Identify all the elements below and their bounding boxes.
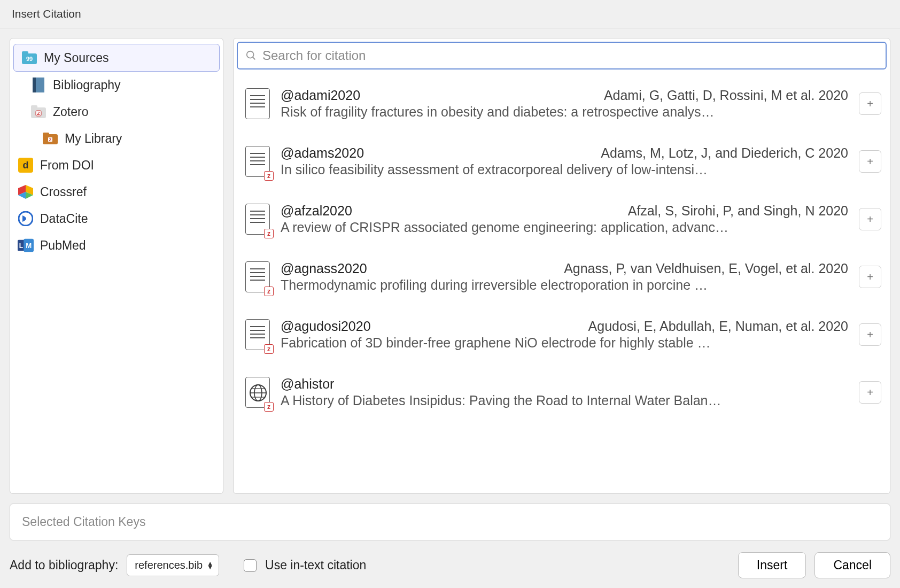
add-citation-button[interactable]: + <box>859 150 881 173</box>
zotero-badge-icon: z <box>264 344 274 354</box>
document-icon: z <box>245 204 270 235</box>
citation-row[interactable]: z@agnass2020Agnass, P, van Veldhuisen, E… <box>245 248 881 306</box>
intext-label: Use in-text citation <box>265 558 366 572</box>
citation-title: Risk of fragility fractures in obesity a… <box>281 104 848 120</box>
citation-authors: Agudosi, E, Abdullah, E, Numan, et al. 2… <box>588 319 848 334</box>
dialog-title: Insert Citation <box>0 0 900 28</box>
citation-key: @ahistor <box>281 376 334 392</box>
source-sidebar: 99My SourcesBibliographyZZoteroZMy Libra… <box>10 38 223 494</box>
sidebar-item-label: Zotero <box>53 105 88 119</box>
svg-rect-6 <box>31 105 37 110</box>
citation-key: @agudosi2020 <box>281 319 371 334</box>
biblio-select[interactable]: references.bib ▲▼ <box>127 554 219 576</box>
book-icon <box>30 77 46 93</box>
zotero-badge-icon: z <box>264 171 274 181</box>
sidebar-item-my-sources[interactable]: 99My Sources <box>13 44 220 72</box>
document-icon: z <box>245 146 270 177</box>
sidebar-item-datacite[interactable]: DataCite <box>10 205 223 232</box>
sidebar-item-zotero[interactable]: ZZotero <box>10 98 223 125</box>
sidebar-item-crossref[interactable]: Crossref <box>10 179 223 205</box>
citation-results: @adami2020Adami, G, Gatti, D, Rossini, M… <box>234 69 890 493</box>
citation-row[interactable]: z@afzal2020Afzal, S, Sirohi, P, and Sing… <box>245 190 881 248</box>
citation-key: @afzal2020 <box>281 203 352 219</box>
crossref-icon <box>18 184 34 200</box>
citation-authors: Adami, G, Gatti, D, Rossini, M et al. 20… <box>604 88 848 103</box>
sources-icon: 99 <box>21 50 37 66</box>
citation-key: @adami2020 <box>281 88 360 103</box>
citation-title: In silico feasibility assessment of extr… <box>281 162 848 177</box>
search-input[interactable] <box>262 48 878 63</box>
biblio-label: Add to bibliography: <box>10 558 118 572</box>
citation-title: A review of CRISPR associated genome eng… <box>281 220 848 235</box>
citation-authors: Agnass, P, van Veldhuisen, E, Vogel, et … <box>564 261 848 276</box>
sidebar-item-pubmed[interactable]: LMPubMed <box>10 232 223 259</box>
zotero-badge-icon: z <box>264 402 274 412</box>
citation-title: Thermodynamic profiling during irreversi… <box>281 277 848 293</box>
folder-z-icon: Z <box>30 104 46 120</box>
citation-title: A History of Diabetes Insipidus: Paving … <box>281 393 848 408</box>
zotero-badge-icon: z <box>264 229 274 238</box>
sidebar-item-bibliography[interactable]: Bibliography <box>10 72 223 98</box>
add-citation-button[interactable]: + <box>859 323 881 346</box>
add-citation-button[interactable]: + <box>859 266 881 288</box>
selected-keys-field[interactable]: Selected Citation Keys <box>10 504 890 540</box>
citation-row[interactable]: z@ahistorA History of Diabetes Insipidus… <box>245 363 881 421</box>
svg-point-24 <box>247 51 254 58</box>
intext-checkbox[interactable] <box>244 559 257 572</box>
svg-text:Z: Z <box>49 137 52 142</box>
datacite-icon <box>18 211 34 227</box>
sidebar-item-label: My Sources <box>44 51 108 65</box>
sidebar-item-label: PubMed <box>40 238 86 253</box>
citation-authors: Adams, M, Lotz, J, and Diederich, C 2020 <box>601 145 848 161</box>
svg-text:Z: Z <box>37 111 40 116</box>
citation-title: Fabrication of 3D binder-free graphene N… <box>281 335 848 351</box>
svg-text:L: L <box>19 242 24 250</box>
svg-line-25 <box>253 57 255 60</box>
svg-rect-3 <box>33 78 36 92</box>
cancel-button[interactable]: Cancel <box>814 552 890 578</box>
svg-text:99: 99 <box>26 56 33 62</box>
citation-key: @adams2020 <box>281 145 364 161</box>
sidebar-item-label: Bibliography <box>53 78 121 92</box>
svg-text:d: d <box>23 160 29 171</box>
sidebar-item-from-doi[interactable]: dFrom DOI <box>10 152 223 179</box>
citation-row[interactable]: @adami2020Adami, G, Gatti, D, Rossini, M… <box>245 75 881 133</box>
svg-rect-1 <box>22 51 28 56</box>
sidebar-item-label: DataCite <box>40 212 88 226</box>
search-container <box>237 42 887 69</box>
search-icon <box>245 50 257 61</box>
sidebar-item-label: My Library <box>65 131 122 146</box>
add-citation-button[interactable]: + <box>859 92 881 115</box>
svg-text:M: M <box>26 242 32 250</box>
globe-icon: z <box>245 377 270 408</box>
doi-icon: d <box>18 157 34 173</box>
add-citation-button[interactable]: + <box>859 381 881 404</box>
document-icon <box>245 88 270 119</box>
citation-row[interactable]: z@agudosi2020Agudosi, E, Abdullah, E, Nu… <box>245 306 881 363</box>
zotero-badge-icon: z <box>264 287 274 296</box>
document-icon: z <box>245 319 270 350</box>
sidebar-item-label: Crossref <box>40 185 87 199</box>
citation-key: @agnass2020 <box>281 261 367 276</box>
svg-rect-10 <box>43 133 49 136</box>
add-citation-button[interactable]: + <box>859 208 881 230</box>
sidebar-item-label: From DOI <box>40 158 94 173</box>
sidebar-item-my-library[interactable]: ZMy Library <box>10 125 223 152</box>
citation-authors: Afzal, S, Sirohi, P, and Singh, N 2020 <box>628 203 848 219</box>
insert-button[interactable]: Insert <box>738 552 806 578</box>
document-icon: z <box>245 261 270 292</box>
citation-row[interactable]: z@adams2020Adams, M, Lotz, J, and Dieder… <box>245 133 881 190</box>
library-icon: Z <box>42 130 58 146</box>
svg-rect-4 <box>36 78 44 92</box>
pubmed-icon: LM <box>18 237 34 253</box>
